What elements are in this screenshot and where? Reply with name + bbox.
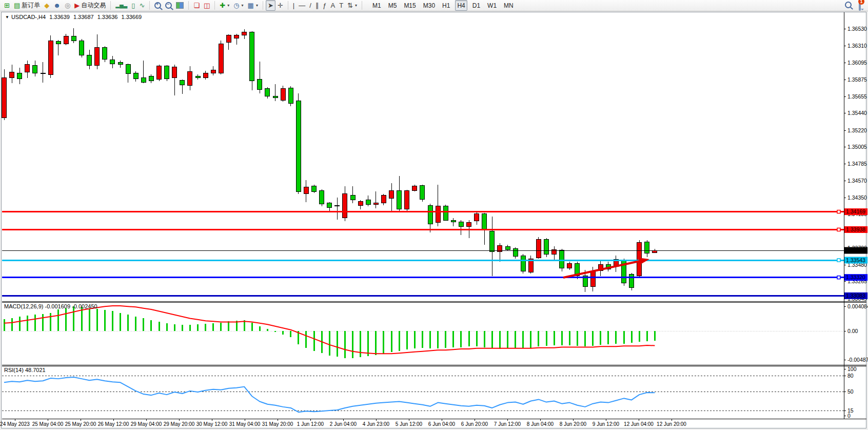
line-handle[interactable] (837, 276, 840, 279)
time-tick-label: 24 May 2023 (0, 421, 30, 427)
time-tick-label: 9 Jun 12:00 (593, 421, 620, 427)
timeframe-M30[interactable]: M30 (421, 0, 437, 11)
toolbar-separator (263, 1, 263, 10)
search-button[interactable] (845, 1, 852, 10)
timeframe-H1[interactable]: H1 (440, 0, 452, 11)
price-chart-svg[interactable]: 1.365301.363101.360951.358751.356551.354… (0, 0, 868, 430)
time-tick-label: 6 Jun 20:00 (461, 421, 488, 427)
time-tick-label: 25 May 04:00 (32, 421, 64, 427)
timeframe-M15[interactable]: M15 (402, 0, 418, 11)
rsi-tick-label: 80 (847, 373, 854, 379)
candle-body (10, 72, 14, 78)
time-tick-label: 4 Jun 23:00 (363, 421, 390, 427)
price-tick-label: 1.36530 (847, 26, 867, 32)
candlestick-chart-button[interactable]: ▯ (129, 0, 137, 11)
cascade-windows-icon: ❏ (193, 2, 200, 9)
candle-body (95, 48, 100, 66)
trend-arrow-head[interactable] (639, 258, 649, 265)
collapse-arrow-icon: ▼ (5, 15, 9, 19)
candle-body (482, 214, 487, 230)
time-tick-label: 12 Jun 04:00 (624, 421, 654, 427)
text-tool-button[interactable]: A (328, 0, 337, 11)
toolbar-separator (362, 1, 362, 10)
auto-trading-label: 自动交易 (81, 1, 106, 10)
auto-trading-button[interactable]: ▶ 自动交易 (72, 0, 108, 11)
price-badge-label: 1.33938 (846, 226, 865, 232)
candle-body (335, 205, 340, 206)
timeframe-MN[interactable]: MN (502, 0, 516, 11)
new-order-label: 新订单 (22, 1, 40, 10)
timeframe-W1[interactable]: W1 (485, 0, 499, 11)
zoom-in-icon: + (154, 2, 161, 9)
quotes-button[interactable]: ◆ (42, 0, 51, 11)
templates-button[interactable]: ▦▾ (246, 0, 260, 11)
new-order-button[interactable]: ▤ 新订单 (12, 0, 42, 11)
candle-body (33, 65, 37, 73)
channel-tool-button[interactable]: ∥ (313, 0, 321, 11)
template-icon: ▦ (248, 2, 254, 9)
fibonacci-tool-button[interactable]: ƒ (321, 0, 328, 11)
candle-body (288, 88, 293, 103)
rsi-tick-label: 0 (847, 413, 851, 419)
macd-tick-label: -0.004872 (847, 357, 868, 363)
bar-chart-button[interactable]: ▂▅▃ (113, 0, 129, 11)
zoom-out-button[interactable]: − (163, 0, 174, 11)
ohlc-open: 1.33639 (49, 14, 70, 20)
timeframe-M5[interactable]: M5 (386, 0, 399, 11)
new-chart-button[interactable]: ⊞ (2, 0, 12, 11)
cursor-tool-button[interactable]: ➤ (266, 0, 275, 11)
candle-body (219, 44, 223, 73)
time-tick-label: 8 Jun 04:00 (527, 421, 554, 427)
time-tick-label: 30 May 12:00 (196, 421, 228, 427)
price-badge-label: 1.34169 (846, 208, 865, 214)
candle-body (242, 32, 247, 35)
timeframe-M1[interactable]: M1 (370, 0, 383, 11)
time-tick-label: 26 May 12:00 (98, 421, 129, 427)
candle-body (320, 191, 324, 204)
candle-body (265, 89, 270, 96)
cascade-windows-button[interactable]: ❏ (191, 0, 202, 11)
time-tick-label: 7 Jun 12:00 (494, 421, 521, 427)
timeframe-D1[interactable]: D1 (470, 0, 482, 11)
fibonacci-icon: ƒ (323, 2, 326, 9)
candle-body (141, 78, 146, 83)
line-chart-button[interactable]: ∿ (137, 0, 147, 11)
candle-body (412, 186, 417, 191)
trendline-tool-button[interactable]: / (307, 0, 313, 11)
line-handle[interactable] (837, 228, 840, 231)
candle-body (281, 89, 285, 101)
price-tick-label: 1.35220 (847, 127, 867, 133)
signals-button[interactable]: ◎ (63, 0, 72, 11)
label-tool-button[interactable]: T (337, 0, 345, 11)
trend-arrow-line[interactable] (563, 261, 639, 278)
candle-body (397, 191, 402, 209)
indicators-button[interactable]: ✚▾ (218, 0, 231, 11)
price-badge-label: 1.33543 (846, 257, 865, 263)
vertical-line-icon: | (293, 2, 294, 9)
vertical-line-tool-button[interactable]: | (291, 0, 297, 11)
periods-button[interactable]: ◷▾ (231, 0, 245, 11)
trendline-icon: / (309, 2, 311, 9)
zoom-out-icon: − (165, 2, 172, 9)
horizontal-line-tool-button[interactable]: — (297, 0, 307, 11)
arrange-windows-button[interactable]: ◫ (202, 0, 212, 11)
zoom-in-button[interactable]: + (152, 0, 163, 11)
time-tick-label: 31 May 04:00 (229, 421, 261, 427)
notifications-button[interactable]: 1 (859, 1, 861, 10)
chart-symbol: USDCAD-,H4 (11, 14, 46, 20)
line-handle[interactable] (837, 210, 840, 213)
candle-body (459, 222, 463, 226)
candle-body (211, 70, 215, 73)
tile-windows-button[interactable] (174, 0, 186, 11)
arrows-tool-button[interactable]: ⇅▾ (345, 0, 359, 11)
chart-canvas[interactable]: 1.365301.363101.360951.358751.356551.354… (0, 0, 868, 430)
candle-body (188, 71, 192, 85)
timeframe-H4[interactable]: H4 (455, 0, 467, 11)
tile-windows-icon (176, 2, 184, 9)
market-watch-button[interactable]: ☻ (51, 0, 63, 11)
crosshair-tool-button[interactable]: ✛ (275, 0, 285, 11)
price-badge-label: 1.33669 (846, 247, 865, 253)
macd-indicator-label: MACD(12,26,9) -0.001609 -0.002450 (4, 303, 97, 309)
line-handle[interactable] (837, 259, 840, 262)
arrange-windows-icon: ◫ (204, 2, 210, 9)
